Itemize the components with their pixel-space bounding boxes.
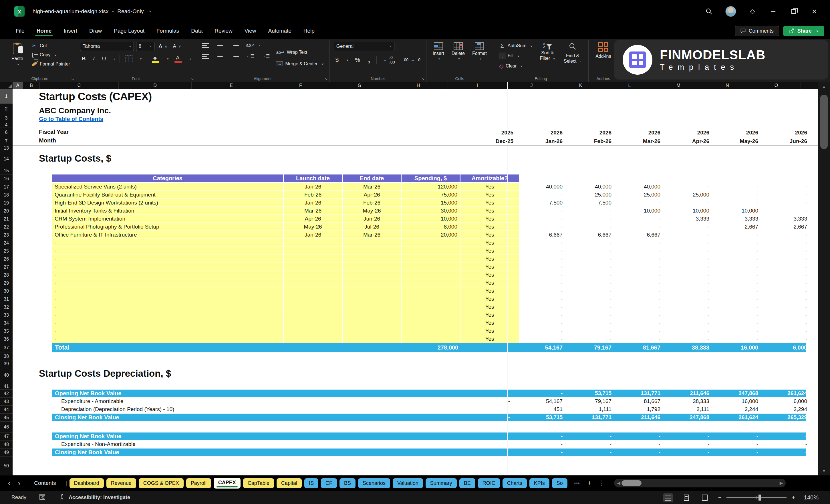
sheet-tab[interactable]: Revenue: [106, 478, 136, 488]
month-value-cell[interactable]: -: [520, 311, 569, 319]
month-value-cell[interactable]: -: [569, 311, 618, 319]
month-value-cell[interactable]: -: [667, 441, 715, 448]
search-icon[interactable]: [705, 7, 713, 16]
month-value-cell[interactable]: -: [618, 279, 667, 287]
spending-cell[interactable]: [402, 327, 460, 335]
month-value-cell[interactable]: -: [569, 448, 618, 456]
month-value-cell[interactable]: -: [618, 263, 667, 271]
end-date-cell[interactable]: Apr-26: [343, 191, 402, 199]
amortizable-cell[interactable]: Yes: [460, 287, 520, 295]
depreciation-row-label[interactable]: Closing Net Book Value: [55, 414, 119, 421]
sort-filter-button[interactable]: AZ Sort &Filter ∨: [537, 42, 558, 74]
month-value-cell[interactable]: -: [667, 231, 715, 239]
launch-date-cell[interactable]: [284, 295, 343, 303]
zoom-slider-handle[interactable]: [759, 495, 761, 501]
row-header[interactable]: 21: [0, 215, 12, 223]
month-value-cell[interactable]: -: [520, 271, 569, 279]
month-value-cell[interactable]: -: [520, 191, 569, 199]
month-value-cell[interactable]: -: [715, 448, 765, 456]
month-value-cell[interactable]: -: [667, 311, 715, 319]
sheet-tab[interactable]: ROIC: [478, 478, 500, 488]
month-value-cell[interactable]: -: [765, 327, 813, 335]
amortizable-cell[interactable]: Yes: [460, 295, 520, 303]
month-value-cell[interactable]: -: [765, 295, 813, 303]
month-value-cell[interactable]: 2,111: [667, 406, 715, 414]
row-header[interactable]: 16: [0, 175, 12, 183]
category-cell[interactable]: Office Furniture & IT Infrastructure: [52, 231, 284, 239]
month-value-cell[interactable]: -: [715, 335, 765, 343]
amortizable-cell[interactable]: Yes: [460, 327, 520, 335]
month-value-cell[interactable]: -: [715, 191, 765, 199]
month-value-cell[interactable]: -: [618, 199, 667, 207]
comments-button[interactable]: Comments: [735, 26, 779, 36]
row-header[interactable]: 49: [0, 448, 12, 456]
amortizable-cell[interactable]: Yes: [460, 271, 520, 279]
fiscal-year-label[interactable]: Fiscal Year: [39, 129, 69, 135]
month-value-cell[interactable]: 6,667: [520, 231, 569, 239]
menu-page-layout[interactable]: Page Layout: [108, 25, 151, 37]
spending-cell[interactable]: [402, 271, 460, 279]
row-header[interactable]: 35: [0, 327, 12, 335]
row-header[interactable]: 37: [0, 343, 12, 352]
month-value-cell[interactable]: -: [667, 199, 715, 207]
amortizable-cell[interactable]: Yes: [460, 223, 520, 231]
month-value-cell[interactable]: -: [765, 239, 813, 247]
amortizable-cell[interactable]: Yes: [460, 319, 520, 327]
user-avatar[interactable]: [725, 6, 736, 17]
spending-cell[interactable]: [402, 287, 460, 295]
align-right-button[interactable]: [230, 53, 241, 60]
dialog-launcher-icon[interactable]: ↘: [325, 77, 328, 81]
end-date-cell[interactable]: Feb-26: [343, 199, 402, 207]
bold-button[interactable]: B: [80, 55, 88, 63]
underline-button[interactable]: U: [100, 55, 108, 63]
orientation-button[interactable]: ab↗∨: [245, 42, 262, 49]
month-value-cell[interactable]: 1,111: [569, 406, 618, 414]
month-value-cell[interactable]: -: [520, 263, 569, 271]
row-header[interactable]: 26: [0, 255, 12, 263]
next-sheet-icon[interactable]: ›: [18, 479, 21, 488]
zoom-level[interactable]: 140%: [800, 494, 819, 501]
month-value-cell[interactable]: -: [715, 441, 765, 448]
month-value-cell[interactable]: 7,500: [520, 199, 569, 207]
amortizable-cell[interactable]: Yes: [460, 207, 520, 215]
menu-review[interactable]: Review: [209, 25, 238, 37]
close-icon[interactable]: ×: [810, 7, 819, 16]
font-color-button[interactable]: A: [173, 54, 184, 63]
month-value-cell[interactable]: 6,667: [618, 231, 667, 239]
month-value-cell[interactable]: -: [667, 271, 715, 279]
month-value-cell[interactable]: -: [569, 335, 618, 343]
month-value-cell[interactable]: -: [618, 239, 667, 247]
month-value-cell[interactable]: -: [520, 287, 569, 295]
month-value-cell[interactable]: -: [618, 303, 667, 311]
month-value-cell[interactable]: -: [765, 287, 813, 295]
month-value-cell[interactable]: -: [569, 287, 618, 295]
header-end-date[interactable]: End date: [343, 175, 402, 183]
month-value-cell[interactable]: -: [715, 199, 765, 207]
depreciation-row-label[interactable]: Depreciation (Depreciation Period (Years…: [61, 406, 174, 414]
spending-cell[interactable]: [402, 311, 460, 319]
month-value-cell[interactable]: -: [715, 255, 765, 263]
month-value-cell[interactable]: -: [569, 207, 618, 215]
month-value-cell[interactable]: -: [715, 279, 765, 287]
end-date-cell[interactable]: [343, 271, 402, 279]
month-value-cell[interactable]: -: [765, 448, 813, 456]
month-value-cell[interactable]: -: [520, 239, 569, 247]
month-value-cell[interactable]: -: [569, 319, 618, 327]
month-value-cell[interactable]: -: [618, 215, 667, 223]
normal-view-button[interactable]: [663, 494, 673, 502]
sheet-tab[interactable]: KPIs: [530, 478, 549, 488]
month-value-cell[interactable]: -: [667, 223, 715, 231]
spending-cell[interactable]: [402, 279, 460, 287]
spending-cell[interactable]: [402, 295, 460, 303]
clear-button[interactable]: ◇Clear∨: [498, 62, 534, 70]
month-value-cell[interactable]: -: [569, 247, 618, 255]
depreciation-row-label[interactable]: Opening Net Book Value: [55, 389, 121, 398]
month-value-cell[interactable]: -: [715, 287, 765, 295]
cut-button[interactable]: ✂Cut: [29, 42, 72, 50]
row-header[interactable]: 34: [0, 319, 12, 327]
amortizable-cell[interactable]: Yes: [460, 335, 520, 343]
month-value-cell[interactable]: -: [520, 389, 569, 398]
month-value-cell[interactable]: 2,244: [715, 406, 765, 414]
month-value-cell[interactable]: 3,333: [715, 215, 765, 223]
month-cell[interactable]: Apr-26: [667, 137, 715, 145]
